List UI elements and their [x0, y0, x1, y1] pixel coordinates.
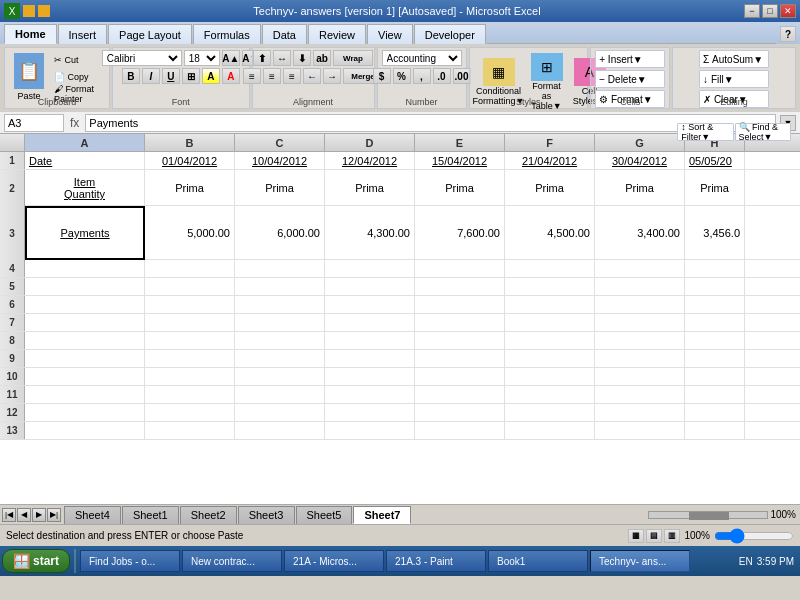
cell-d1[interactable]: 12/04/2012 — [325, 152, 415, 170]
taskbar-btn-find-jobs[interactable]: Find Jobs - o... — [80, 550, 180, 572]
cell-d2[interactable]: Prima — [325, 170, 415, 206]
cell-e3[interactable]: 7,600.00 — [415, 206, 505, 260]
sheet-tab-sheet3[interactable]: Sheet3 — [238, 506, 295, 524]
cut-button[interactable]: ✂ Cut — [51, 52, 105, 68]
cell-h3[interactable]: 3,456.0 — [685, 206, 745, 260]
taskbar-btn-new-contract[interactable]: New contrac... — [182, 550, 282, 572]
col-header-f[interactable]: F — [505, 134, 595, 151]
align-left-button[interactable]: ≡ — [243, 68, 261, 84]
name-box[interactable] — [4, 114, 64, 132]
col-header-b[interactable]: B — [145, 134, 235, 151]
increase-font-button[interactable]: A▲ — [222, 50, 240, 66]
cell-b3[interactable]: 5,000.00 — [145, 206, 235, 260]
taskbar-btn-paint[interactable]: 21A.3 - Paint — [386, 550, 486, 572]
tab-data[interactable]: Data — [262, 24, 307, 44]
fill-color-button[interactable]: A — [202, 68, 220, 84]
autosum-button[interactable]: Σ AutoSum▼ — [699, 50, 769, 68]
italic-button[interactable]: I — [142, 68, 160, 84]
cell-d3[interactable]: 4,300.00 — [325, 206, 415, 260]
cell-a1[interactable]: Date — [25, 152, 145, 170]
zoom-slider[interactable] — [714, 531, 794, 541]
ribbon-help-button[interactable]: ? — [780, 26, 796, 42]
cell-b2[interactable]: Prima — [145, 170, 235, 206]
percent-button[interactable]: % — [393, 68, 411, 84]
cell-e2[interactable]: Prima — [415, 170, 505, 206]
border-button[interactable]: ⊞ — [182, 68, 200, 84]
col-header-a[interactable]: A — [25, 134, 145, 151]
cell-b1[interactable]: 01/04/2012 — [145, 152, 235, 170]
delete-cells-button[interactable]: − Delete▼ — [595, 70, 665, 88]
maximize-button[interactable]: □ — [762, 4, 778, 18]
cell-g3[interactable]: 3,400.00 — [595, 206, 685, 260]
cell-f2[interactable]: Prima — [505, 170, 595, 206]
font-color-button[interactable]: A — [222, 68, 240, 84]
orientation-button[interactable]: ab — [313, 50, 331, 66]
taskbar-btn-book1[interactable]: Book1 — [488, 550, 588, 572]
tab-insert[interactable]: Insert — [58, 24, 108, 44]
underline-button[interactable]: U — [162, 68, 180, 84]
tab-review[interactable]: Review — [308, 24, 366, 44]
paste-button[interactable]: 📋 Paste — [9, 50, 49, 104]
increase-indent-button[interactable]: → — [323, 68, 341, 84]
cell-a3[interactable]: Payments — [25, 206, 145, 260]
font-name-select[interactable]: Calibri — [102, 50, 182, 66]
align-right-button[interactable]: ≡ — [283, 68, 301, 84]
cell-h1[interactable]: 05/05/20 — [685, 152, 745, 170]
page-break-view-btn[interactable]: ▥ — [664, 529, 680, 543]
col-header-e[interactable]: E — [415, 134, 505, 151]
comma-button[interactable]: , — [413, 68, 431, 84]
formula-input[interactable] — [85, 114, 776, 132]
sheet-last-btn[interactable]: ▶| — [47, 508, 61, 522]
cell-c3[interactable]: 6,000.00 — [235, 206, 325, 260]
cell-g1[interactable]: 30/04/2012 — [595, 152, 685, 170]
sheet-tab-sheet4[interactable]: Sheet4 — [64, 506, 121, 524]
tab-formulas[interactable]: Formulas — [193, 24, 261, 44]
currency-button[interactable]: $ — [373, 68, 391, 84]
col-header-c[interactable]: C — [235, 134, 325, 151]
tab-home[interactable]: Home — [4, 24, 57, 44]
align-middle-button[interactable]: ↔ — [273, 50, 291, 66]
cell-f1[interactable]: 21/04/2012 — [505, 152, 595, 170]
sheet-first-btn[interactable]: |◀ — [2, 508, 16, 522]
cell-f3[interactable]: 4,500.00 — [505, 206, 595, 260]
sort-filter-button[interactable]: ↕ Sort &Filter▼ — [677, 123, 733, 141]
sheet-prev-btn[interactable]: ◀ — [17, 508, 31, 522]
sheet-tab-sheet7[interactable]: Sheet7 — [353, 506, 411, 524]
close-button[interactable]: ✕ — [780, 4, 796, 18]
cell-g2[interactable]: Prima — [595, 170, 685, 206]
increase-decimal-button[interactable]: .0 — [433, 68, 451, 84]
cell-e1[interactable]: 15/04/2012 — [415, 152, 505, 170]
taskbar-btn-technyv[interactable]: Technyv- ans... — [590, 550, 690, 572]
start-button[interactable]: 🪟 start — [2, 549, 70, 573]
find-select-button[interactable]: 🔍 Find &Select▼ — [735, 123, 791, 141]
tab-view[interactable]: View — [367, 24, 413, 44]
wrap-text-button[interactable]: Wrap — [333, 50, 373, 66]
align-top-button[interactable]: ⬆ — [253, 50, 271, 66]
sheet-tab-sheet2[interactable]: Sheet2 — [180, 506, 237, 524]
decrease-indent-button[interactable]: ← — [303, 68, 321, 84]
taskbar-btn-21a-micros[interactable]: 21A - Micros... — [284, 550, 384, 572]
cell-c2[interactable]: Prima — [235, 170, 325, 206]
minimize-button[interactable]: − — [744, 4, 760, 18]
tab-developer[interactable]: Developer — [414, 24, 486, 44]
align-center-button[interactable]: ≡ — [263, 68, 281, 84]
sheet-tab-sheet1[interactable]: Sheet1 — [122, 506, 179, 524]
copy-button[interactable]: 📄 Copy — [51, 69, 105, 85]
cell-c1[interactable]: 10/04/2012 — [235, 152, 325, 170]
fill-button[interactable]: ↓ Fill▼ — [699, 70, 769, 88]
tab-page-layout[interactable]: Page Layout — [108, 24, 192, 44]
sheet-tabs: Sheet4 Sheet1 Sheet2 Sheet3 Sheet5 Sheet… — [64, 506, 411, 524]
insert-cells-button[interactable]: + Insert▼ — [595, 50, 665, 68]
number-format-select[interactable]: Accounting — [382, 50, 462, 66]
normal-view-btn[interactable]: ▦ — [628, 529, 644, 543]
sheet-tab-sheet5[interactable]: Sheet5 — [296, 506, 353, 524]
cell-a2[interactable]: Item Quantity — [25, 170, 145, 206]
col-header-d[interactable]: D — [325, 134, 415, 151]
bold-button[interactable]: B — [122, 68, 140, 84]
col-header-g[interactable]: G — [595, 134, 685, 151]
cell-h2[interactable]: Prima — [685, 170, 745, 206]
align-bottom-button[interactable]: ⬇ — [293, 50, 311, 66]
sheet-next-btn[interactable]: ▶ — [32, 508, 46, 522]
page-layout-view-btn[interactable]: ▤ — [646, 529, 662, 543]
font-size-select[interactable]: 18 — [184, 50, 220, 66]
